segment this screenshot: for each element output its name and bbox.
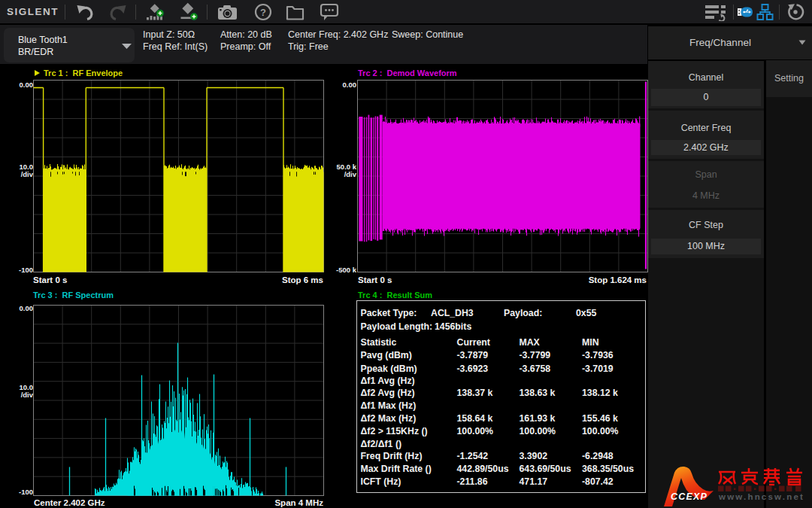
- svg-text:CCEXP: CCEXP: [671, 491, 707, 502]
- svg-text:?: ?: [260, 7, 266, 18]
